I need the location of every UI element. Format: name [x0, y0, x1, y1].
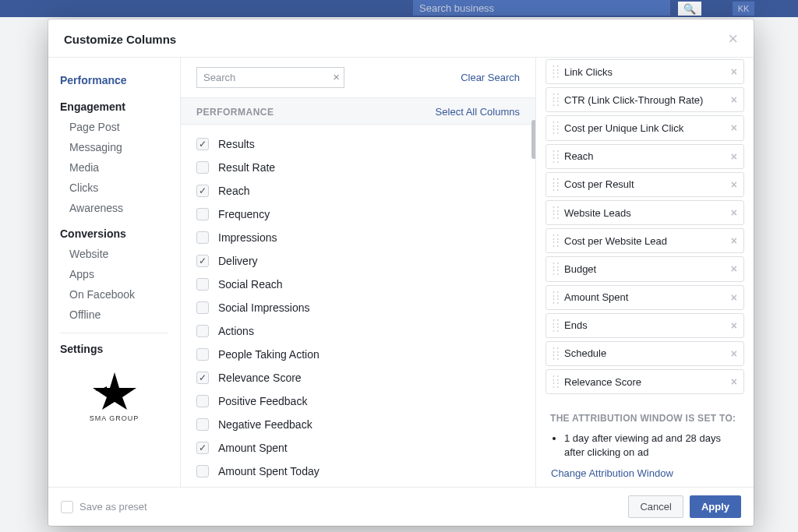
remove-icon[interactable]: ×	[731, 206, 737, 219]
clear-search-icon[interactable]: ×	[333, 70, 340, 83]
change-attribution-link[interactable]: Change Attribution Window	[551, 467, 740, 479]
sidebar-subitem[interactable]: Media	[60, 157, 180, 178]
sidebar-subitem[interactable]: Offline	[60, 305, 180, 325]
checkbox-row[interactable]: Frequency	[196, 203, 520, 226]
search-input[interactable]	[196, 67, 344, 88]
checkbox-row[interactable]: Social Impressions	[196, 296, 520, 319]
checkbox-row[interactable]: Positive Feedback	[196, 389, 520, 413]
selected-column[interactable]: ∷∷Cost per Website Lead×	[546, 228, 744, 253]
cancel-button[interactable]: Cancel	[628, 495, 683, 518]
checkbox[interactable]	[196, 465, 209, 477]
clear-search-link[interactable]: Clear Search	[461, 72, 520, 83]
selected-column[interactable]: ∷∷Ends×	[546, 313, 744, 338]
checkbox-row[interactable]: Relevance Score	[196, 366, 520, 389]
drag-handle-icon[interactable]: ∷∷	[553, 65, 558, 79]
checkbox-label: Results	[218, 138, 255, 150]
selected-column[interactable]: ∷∷Relevance Score×	[546, 369, 744, 394]
apply-button[interactable]: Apply	[690, 495, 741, 518]
drag-handle-icon[interactable]: ∷∷	[553, 262, 558, 276]
checkbox[interactable]	[196, 185, 209, 197]
checkbox-label: Social Impressions	[218, 301, 310, 314]
sidebar-subitem[interactable]: Messaging	[60, 137, 180, 157]
selected-column[interactable]: ∷∷Cost per Unique Link Click×	[546, 115, 744, 140]
drag-handle-icon[interactable]: ∷∷	[553, 319, 558, 333]
checkbox-row[interactable]: Amount Spent Today	[196, 460, 520, 483]
drag-handle-icon[interactable]: ∷∷	[553, 206, 558, 220]
checkbox[interactable]	[196, 442, 209, 454]
remove-icon[interactable]: ×	[731, 347, 737, 360]
checkbox[interactable]	[196, 418, 209, 431]
remove-icon[interactable]: ×	[731, 150, 737, 163]
checkbox[interactable]	[196, 208, 209, 220]
checkbox[interactable]	[196, 372, 209, 384]
drag-handle-icon[interactable]: ∷∷	[553, 150, 558, 164]
checkbox-row[interactable]: Actions	[196, 319, 520, 343]
remove-icon[interactable]: ×	[731, 234, 737, 247]
drag-handle-icon[interactable]: ∷∷	[553, 121, 558, 135]
checkbox[interactable]	[196, 255, 209, 267]
sidebar-subitem[interactable]: Apps	[60, 264, 180, 284]
checkbox-row[interactable]: Result Rate	[196, 156, 520, 179]
sidebar: Performance Engagement Page PostMessagin…	[48, 58, 181, 487]
top-bar: 🔍 KK	[0, 0, 798, 17]
checkbox[interactable]	[196, 325, 209, 337]
sidebar-header-conversions: Conversions	[60, 218, 180, 244]
drag-handle-icon[interactable]: ∷∷	[553, 93, 558, 107]
checkbox-row[interactable]: Delivery	[196, 249, 520, 273]
drag-handle-icon[interactable]: ∷∷	[553, 291, 558, 305]
sidebar-item-performance[interactable]: Performance	[60, 69, 180, 91]
selected-column[interactable]: ∷∷Cost per Result×	[546, 172, 744, 197]
checkbox[interactable]	[196, 231, 209, 244]
sidebar-subitem[interactable]: Website	[60, 244, 180, 264]
save-preset[interactable]: Save as preset	[61, 501, 147, 513]
checkbox[interactable]	[196, 161, 209, 174]
checkbox[interactable]	[196, 138, 209, 150]
checkbox-row[interactable]: Reach	[196, 179, 520, 203]
selected-column[interactable]: ∷∷CTR (Link Click-Through Rate)×	[546, 87, 744, 112]
checkbox-row[interactable]: Amount Spent	[196, 436, 520, 460]
checkbox-row[interactable]: People Taking Action	[196, 343, 520, 366]
checkbox-row[interactable]: Impressions	[196, 226, 520, 249]
search-icon[interactable]: 🔍	[678, 2, 701, 16]
checkbox[interactable]	[196, 301, 209, 314]
drag-handle-icon[interactable]: ∷∷	[553, 347, 558, 361]
checkbox-row[interactable]: Negative Feedback	[196, 413, 520, 436]
selected-column[interactable]: ∷∷Website Leads×	[546, 200, 744, 225]
sidebar-subitem[interactable]: On Facebook	[60, 284, 180, 305]
checkbox-label: Positive Feedback	[218, 395, 307, 407]
remove-icon[interactable]: ×	[731, 93, 737, 106]
selected-column[interactable]: ∷∷Schedule×	[546, 341, 744, 366]
search-business-input[interactable]	[413, 0, 670, 16]
remove-icon[interactable]: ×	[731, 122, 737, 134]
selected-label: Cost per Website Lead	[564, 235, 667, 247]
sidebar-subitem[interactable]: Page Post	[60, 117, 180, 137]
remove-icon[interactable]: ×	[731, 291, 737, 304]
drag-handle-icon[interactable]: ∷∷	[553, 234, 558, 248]
selected-column[interactable]: ∷∷Amount Spent×	[546, 285, 744, 310]
remove-icon[interactable]: ×	[731, 319, 737, 332]
remove-icon[interactable]: ×	[731, 375, 737, 388]
remove-icon[interactable]: ×	[731, 65, 737, 78]
drag-handle-icon[interactable]: ∷∷	[553, 178, 558, 192]
remove-icon[interactable]: ×	[731, 178, 737, 191]
selected-column[interactable]: ∷∷Link Clicks×	[546, 59, 744, 84]
checkbox-row[interactable]: Social Reach	[196, 273, 520, 296]
checkbox[interactable]	[196, 348, 209, 361]
selected-column[interactable]: ∷∷Reach×	[546, 144, 744, 169]
checkbox-row[interactable]: Results	[196, 132, 520, 156]
save-preset-checkbox[interactable]	[61, 501, 73, 513]
checkbox-label: Delivery	[218, 255, 258, 267]
checkbox-label: Result Rate	[218, 161, 275, 174]
sidebar-subitem[interactable]: Awareness	[60, 198, 180, 218]
sidebar-subitem[interactable]: Clicks	[60, 178, 180, 198]
drag-handle-icon[interactable]: ∷∷	[553, 375, 558, 389]
checkbox-label: Amount Spent Today	[218, 465, 320, 477]
checkbox[interactable]	[196, 395, 209, 407]
select-all-link[interactable]: Select All Columns	[436, 106, 520, 118]
remove-icon[interactable]: ×	[731, 262, 737, 275]
checkbox[interactable]	[196, 278, 209, 291]
close-icon[interactable]: ×	[728, 30, 738, 48]
selected-label: Cost per Result	[564, 178, 634, 190]
user-badge[interactable]: KK	[733, 2, 754, 16]
selected-column[interactable]: ∷∷Budget×	[546, 256, 744, 281]
